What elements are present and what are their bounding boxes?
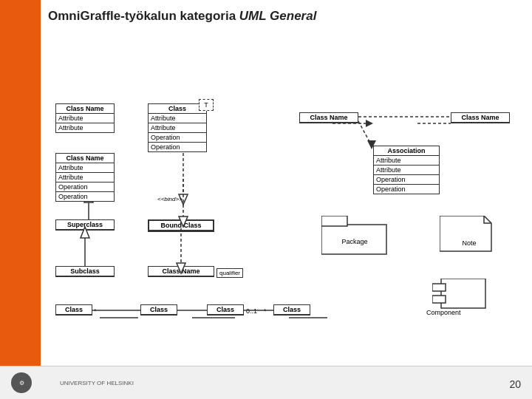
- svg-rect-14: [432, 284, 446, 291]
- class-bottom-2: Class: [140, 304, 177, 316]
- class-b4-header: Class: [274, 305, 310, 315]
- class-bottom-3: Class: [207, 304, 244, 316]
- diagram-svg: [48, 31, 521, 319]
- class-template-header: Class: [149, 104, 206, 114]
- svg-line-20: [358, 121, 372, 146]
- class-b2-header: Class: [141, 305, 177, 315]
- class-template-attr1: Attribute: [149, 114, 206, 123]
- superclass-header: Superclass: [56, 220, 114, 230]
- bound-class-header: Bound Class: [149, 221, 213, 231]
- component-svg: [432, 279, 491, 312]
- class-simple-attr1: Attribute: [56, 114, 114, 123]
- bind-label: <<bind>>: [157, 196, 183, 202]
- class-ops-attr1: Attribute: [56, 163, 114, 173]
- assoc-op2: Operation: [374, 185, 439, 194]
- class-name-simple-header: Class Name: [56, 104, 114, 114]
- note-label: Note: [440, 239, 499, 247]
- class-template-op1: Operation: [149, 133, 206, 143]
- star-label-2: *: [264, 307, 267, 315]
- subclass-box: Subclass: [55, 266, 115, 277]
- class-template-op2: Operation: [149, 143, 206, 151]
- class-b3-header: Class: [208, 305, 243, 315]
- title-italic: UML General: [239, 9, 317, 23]
- class-simple-attr2: Attribute: [56, 123, 114, 132]
- svg-marker-5: [366, 120, 373, 127]
- svg-rect-11: [321, 216, 347, 226]
- university-text: UNIVERSITY OF HELSINKI: [60, 380, 134, 386]
- arrows-svg: [48, 31, 521, 319]
- template-marker: T: [199, 99, 214, 111]
- assoc-attr1: Attribute: [374, 156, 439, 166]
- component-label: Component: [426, 309, 461, 316]
- page-number: 20: [509, 378, 521, 390]
- package-label: Package: [321, 238, 388, 245]
- package-svg: [321, 216, 388, 256]
- main-content: OmniGraffle-työkalun kategoria UML Gener…: [41, 0, 532, 366]
- bottom-bar: ⚙ UNIVERSITY OF HELSINKI 20: [0, 366, 532, 399]
- class-name-middle-header: Class Name: [149, 267, 214, 276]
- university-logo: ⚙: [11, 372, 32, 393]
- svg-rect-13: [441, 279, 485, 308]
- page-title: OmniGraffle-työkalun kategoria UML Gener…: [48, 9, 525, 24]
- class-name-top-right-header: Class Name: [300, 113, 358, 123]
- class-bottom-1: Class: [55, 304, 92, 316]
- class-box-ops: Class Name Attribute Attribute Operation…: [55, 153, 115, 202]
- subclass-header: Subclass: [56, 267, 114, 276]
- assoc-op1: Operation: [374, 175, 439, 185]
- superclass-box: Superclass: [55, 219, 115, 231]
- class-template-box: Class Attribute Attribute Operation Oper…: [148, 103, 207, 152]
- sidebar: [0, 0, 41, 399]
- class-box-simple: Class Name Attribute Attribute: [55, 103, 115, 133]
- class-name-far-right: Class Name: [451, 112, 510, 123]
- class-bottom-4: Class: [273, 304, 310, 316]
- assoc-attr2: Attribute: [374, 166, 439, 175]
- uml-diagram: Class Name Attribute Attribute Class Nam…: [48, 31, 521, 319]
- class-b1-header: Class: [56, 305, 92, 315]
- class-ops-op2: Operation: [56, 192, 114, 201]
- class-name-middle: Class Name: [148, 266, 214, 277]
- association-box: Association Attribute Attribute Operatio…: [373, 146, 440, 194]
- association-header: Association: [374, 146, 439, 156]
- class-name-far-right-header: Class Name: [451, 113, 509, 123]
- class-ops-op1: Operation: [56, 183, 114, 192]
- class-ops-attr2: Attribute: [56, 173, 114, 183]
- class-ops-header: Class Name: [56, 154, 114, 163]
- class-template-attr2: Attribute: [149, 123, 206, 133]
- note-svg: [440, 216, 499, 253]
- bound-class-box: Bound Class: [148, 219, 214, 232]
- svg-rect-15: [432, 296, 446, 303]
- star-label-1: *: [94, 307, 97, 315]
- zero-one-label: 0..1: [246, 307, 257, 315]
- class-name-top-right: Class Name: [299, 112, 358, 123]
- qualifier-label: qualifier: [216, 268, 243, 278]
